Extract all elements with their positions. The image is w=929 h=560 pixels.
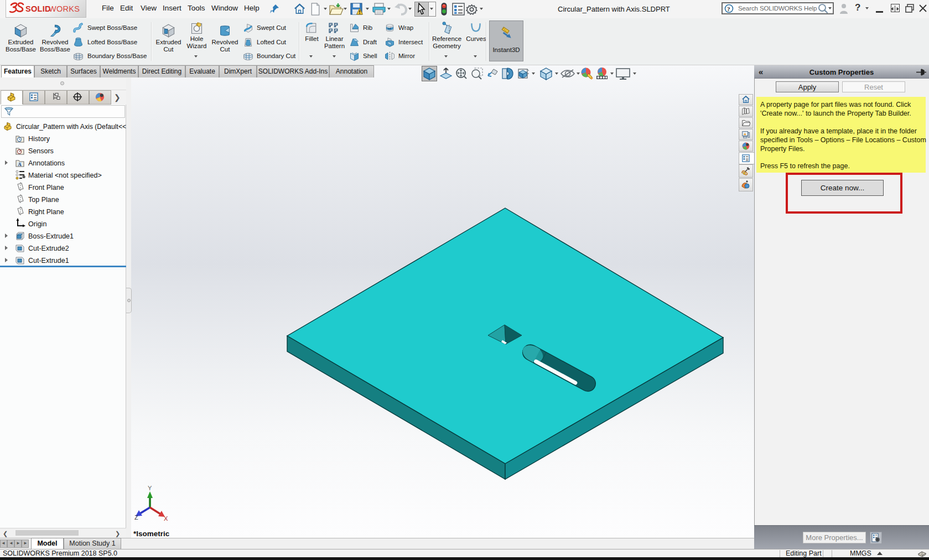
- svg-text:?: ?: [727, 6, 730, 12]
- svg-text:Z: Z: [134, 514, 138, 521]
- svg-text:A: A: [18, 162, 22, 167]
- svg-text:SOLID: SOLID: [25, 4, 51, 13]
- svg-text:WORKS: WORKS: [49, 4, 80, 13]
- svg-text:Y: Y: [148, 485, 152, 491]
- svg-text:X: X: [164, 515, 168, 522]
